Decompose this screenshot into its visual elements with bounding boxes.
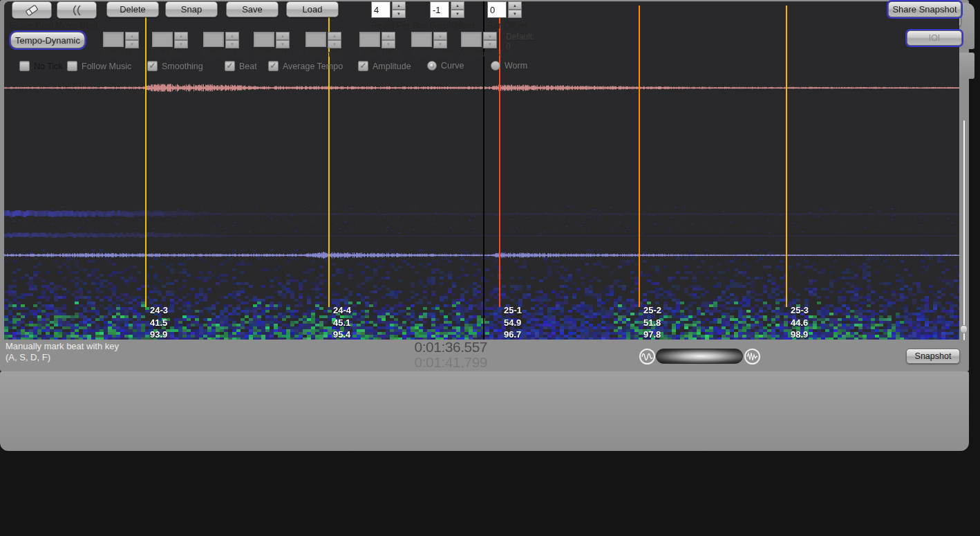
spinner-value-box — [461, 32, 482, 47]
checkbox-beat[interactable]: ✓Beat — [225, 61, 257, 71]
spin-down-button: ▼ — [433, 40, 447, 48]
bottom-control-panel: Erase Beat Move Beat Delete Snap Save Lo… — [0, 371, 969, 451]
beat-marker-label: 25-154.996.7 — [504, 304, 522, 340]
beat-marker-label: 25-344.698.9 — [791, 304, 809, 340]
checkbox-amplitude[interactable]: ✓Amplitude — [358, 61, 411, 71]
checkbox-follow-music[interactable]: Follow Music — [67, 61, 131, 71]
checkbox-indicator: ✓ — [147, 61, 158, 71]
toggle-label: Follow Music — [82, 62, 131, 71]
time-current: 0:01:36.557 — [346, 339, 487, 355]
tempo-low-label: Tempo Low — [202, 48, 247, 59]
thickness-label: Thickness — [304, 48, 345, 59]
time-total: 0:01:41.799 — [346, 354, 487, 371]
default-value: 0 — [506, 41, 534, 51]
beat-marker-label: 24-445.195.4 — [333, 304, 351, 340]
start-bar-spinner: ▲▼ — [103, 32, 139, 48]
spiky-wave-glyph — [746, 352, 758, 362]
default-label: Default: — [506, 32, 534, 41]
spinner-value-box — [359, 32, 380, 47]
waveform-spectrogram-blend-slider[interactable] — [656, 349, 743, 364]
checkbox-indicator: ✓ — [358, 61, 368, 71]
spinner-value-box — [103, 32, 124, 47]
spin-down-button: ▼ — [225, 40, 239, 48]
sine-wave-glyph — [641, 352, 653, 362]
window-size-label: Window Size — [460, 48, 511, 59]
window-size-spinner: ▲▼ — [461, 32, 497, 48]
snapshot-button[interactable]: Snapshot — [906, 349, 960, 364]
spiky-wave-icon[interactable] — [744, 349, 760, 364]
spin-up-button: ▲ — [225, 32, 239, 40]
radio-worm[interactable]: Worm — [491, 61, 527, 71]
spinner-value-box — [203, 32, 224, 47]
spin-down-button: ▼ — [483, 40, 497, 48]
checkbox-indicator — [19, 61, 30, 71]
toggle-label: Smoothing — [162, 62, 203, 71]
amp-scale-spinner: ▲▼ — [411, 32, 447, 48]
checkbox-indicator: ✓ — [268, 61, 279, 71]
radio-indicator — [427, 61, 437, 71]
vertical-slider-thumb[interactable] — [960, 325, 968, 333]
toggle-label: Worm — [505, 61, 527, 71]
spin-down-button: ▼ — [328, 40, 341, 48]
beat-marker-label: 25-251.897.8 — [643, 304, 661, 340]
tempo-high-label: Tempo High — [252, 48, 300, 59]
toggle-label: Average Tempo — [283, 62, 343, 71]
toggle-label: Beat — [239, 62, 257, 71]
vertical-slider-track — [963, 120, 965, 340]
amp-scale-label: Amp Scale — [410, 48, 453, 59]
default-note: Default: 0 — [506, 32, 534, 51]
spinner-value-box — [152, 32, 173, 47]
vertical-zoom-slider[interactable] — [959, 120, 969, 340]
beat-marker-label: 24-341.593.9 — [150, 304, 168, 340]
checkbox-indicator: ✓ — [225, 61, 235, 71]
spinner-value-box — [305, 32, 326, 47]
toggle-label: Amplitude — [373, 62, 411, 71]
start-bar-label: Start Bar — [102, 48, 137, 59]
spin-up-button: ▲ — [125, 32, 139, 40]
spin-down-button: ▼ — [125, 40, 139, 48]
tempo-low-spinner: ▲▼ — [203, 32, 239, 48]
checkbox-no-tick[interactable]: No Tick — [19, 61, 63, 71]
spin-up-button: ▲ — [433, 32, 447, 40]
spin-down-button: ▼ — [174, 40, 188, 48]
spin-up-button: ▲ — [381, 32, 395, 40]
checkbox-indicator — [67, 61, 77, 71]
checkbox-smoothing[interactable]: ✓Smoothing — [147, 61, 203, 71]
spin-up-button: ▲ — [483, 32, 497, 40]
radio-curve[interactable]: Curve — [427, 61, 464, 71]
ioi-button[interactable]: IOI — [907, 30, 962, 46]
amp-alpha-spinner: ▲▼ — [359, 32, 395, 48]
radio-indicator — [491, 61, 500, 71]
checkbox-average-tempo[interactable]: ✓Average Tempo — [268, 61, 343, 71]
spin-down-button: ▼ — [276, 40, 290, 48]
hint-line1: Manually mark beat with key — [6, 341, 119, 352]
hint-line2: (A, S, D, F) — [6, 352, 119, 363]
tempo-high-spinner: ▲▼ — [254, 32, 290, 48]
sine-wave-icon[interactable] — [639, 349, 655, 364]
spin-up-button: ▲ — [276, 32, 290, 40]
toggle-label: No Tick — [34, 62, 63, 71]
end-bar-label: End Bar — [151, 48, 183, 59]
spin-up-button: ▲ — [174, 32, 188, 40]
spin-up-button: ▲ — [328, 32, 341, 40]
toggle-label: Curve — [441, 61, 464, 71]
toggles-row: No TickFollow Music✓Smoothing✓Beat✓Avera… — [0, 61, 969, 75]
spinner-value-box — [411, 32, 432, 47]
end-bar-spinner: ▲▼ — [152, 32, 188, 48]
amp-alpha-label: Amp Alpha — [358, 48, 402, 59]
keyboard-hint: Manually mark beat with key (A, S, D, F) — [6, 341, 119, 362]
thickness-spinner: ▲▼ — [305, 32, 341, 48]
spin-down-button: ▼ — [381, 40, 395, 48]
spinner-value-box — [254, 32, 274, 47]
app-window: Upload Music Waveform Spectrogram Manual… — [0, 0, 980, 536]
